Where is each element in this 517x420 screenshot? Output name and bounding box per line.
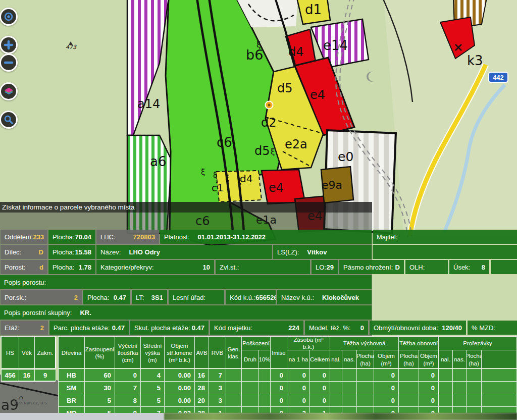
table-header-cell: Objem (m³)	[374, 350, 399, 369]
search-button[interactable]	[0, 111, 18, 129]
table-cell	[399, 382, 419, 394]
map-label: d2	[261, 116, 277, 130]
field-plocha-dilec: Plocha:15.58	[48, 245, 95, 259]
table-cell: 28	[195, 382, 209, 394]
map-label: a14	[137, 97, 160, 111]
field-kod-ku: Kód k.ú.:656526	[226, 290, 276, 304]
field-pasmo-ohrozeni: Pásmo ohrožení:D	[339, 260, 404, 274]
map-marker-icon[interactable]	[266, 101, 273, 109]
table-row: HB 60 0 4 0.00 16 7 0 0 0 0 0	[59, 369, 517, 382]
table-cell	[453, 382, 467, 394]
table-cell: 0	[271, 394, 287, 407]
locate-button[interactable]	[0, 8, 18, 26]
map-label: e4	[269, 181, 284, 195]
table-cell: 0	[419, 394, 439, 407]
table-header-cell: RVB	[209, 337, 226, 369]
table-header-cell: Imise	[271, 337, 287, 369]
field-nazev-ku: Název k.ú.:Klokočůvek	[277, 290, 372, 304]
map-label: e4	[310, 88, 325, 102]
zoom-out-button[interactable]	[0, 54, 18, 72]
table-cell: 0	[310, 382, 330, 394]
map-label: e2a	[285, 137, 307, 151]
field-oddeleni: Oddělení:233	[1, 230, 47, 244]
table-cell: 5	[85, 407, 115, 413]
map-label: c6	[217, 135, 232, 150]
table-header-cell: Dřevina	[59, 337, 85, 369]
table-cell	[330, 369, 342, 382]
table-row: SM 30 7 5 0.00 28 3 0 0 0 0 0	[59, 382, 517, 394]
table-header-cell: Střední výška (m)	[141, 337, 165, 369]
elevation-label: 473	[66, 44, 77, 50]
table-cell: 0	[271, 382, 287, 394]
table-cell	[399, 407, 419, 413]
table-cell	[453, 407, 467, 413]
table-cell: 7	[141, 407, 165, 413]
table-cell: 0	[287, 369, 310, 382]
table-header-cell: Plocha (ha)	[357, 350, 374, 369]
field-platnost: Platnost:01.01.2013-31.12.2022	[160, 230, 372, 244]
table-cell	[259, 382, 271, 394]
table-cell	[482, 407, 517, 413]
table-header-cell: Objem stř.kmene (m³ b.k.)	[165, 337, 195, 369]
table-cell	[330, 382, 342, 394]
table-cell	[467, 369, 482, 382]
table-cell	[226, 382, 242, 394]
table-cell	[357, 394, 374, 407]
table-cell: 9	[115, 407, 141, 413]
table-cell	[482, 369, 517, 382]
table-cell	[330, 394, 342, 407]
svg-text:ξ: ξ	[213, 171, 217, 180]
table-cell: 60	[85, 369, 115, 382]
table-cell	[226, 407, 242, 413]
table-header-cell: nas.	[342, 350, 357, 369]
table-cell: BR	[59, 394, 85, 407]
field-lesni-urad: Lesní úřad:	[169, 290, 224, 304]
field-nazev: Název:LHO Odry	[96, 245, 272, 259]
table-cell: 0	[374, 382, 399, 394]
table-cell	[467, 382, 482, 394]
table-cell: 5	[141, 382, 165, 394]
map-attribution: Seznam.cz, a.s.	[14, 400, 48, 405]
table-cell	[357, 407, 374, 413]
table-cell: 0	[374, 407, 399, 413]
table-header-cell: Výčetní tloušťka (cm)	[115, 337, 141, 369]
table-cell: 0	[271, 407, 287, 413]
table-cell: 9	[35, 370, 56, 381]
field-kod-majetku: Kód majetku:224	[210, 321, 303, 335]
table-cell	[399, 394, 419, 407]
table-header-cell: nal.	[330, 350, 342, 369]
table-header-cell: na 1 ha	[287, 350, 310, 369]
table-cell: 16	[195, 369, 209, 382]
locate-icon	[3, 11, 14, 22]
zoom-in-button[interactable]	[0, 36, 18, 54]
table-header-left: HS Věk Zakm.	[1, 336, 56, 369]
zoom-out-icon	[3, 57, 14, 68]
search-icon	[3, 114, 14, 125]
field-lslz: LS(LZ):Vítkov	[273, 245, 372, 259]
field-lt: LT:3S1	[132, 290, 167, 304]
table-header-cell: Gen. klas.	[226, 337, 242, 369]
table-cell	[342, 382, 357, 394]
field-skut-plocha: Skut. plocha etáže:0.47	[130, 321, 209, 335]
table-cell	[342, 407, 357, 413]
table-header-cell	[482, 350, 517, 369]
table-cell	[357, 369, 374, 382]
field-model-tez: Model. těž. %:0	[305, 321, 368, 335]
table-cell: 3	[209, 382, 226, 394]
field-plocha-porost: Plocha:1.78	[48, 260, 95, 274]
table-header-group: Těžba obnovní	[399, 337, 439, 350]
field-etaz: Etáž:2	[1, 321, 48, 335]
forestry-map-app: ξξξ ξξξ d1 b6 d4 e14 k3 a14 d5 e4 d2 c6 …	[0, 0, 517, 420]
table-cell: 0	[374, 394, 399, 407]
table-cell	[242, 382, 259, 394]
map-label: e9a	[322, 179, 342, 191]
table-cell	[342, 369, 357, 382]
road-sign-442: 442	[489, 72, 508, 82]
layers-button[interactable]	[0, 82, 18, 100]
field-zvlst: Zvl.st.:	[216, 260, 310, 274]
table-cell: 8	[115, 394, 141, 407]
table-cell	[226, 394, 242, 407]
zoom-in-icon	[3, 39, 14, 50]
table-row: MD 5 9 7 0.02 28 1 0 3 1 0 0	[59, 407, 517, 413]
panorama-preview[interactable]	[164, 413, 517, 420]
